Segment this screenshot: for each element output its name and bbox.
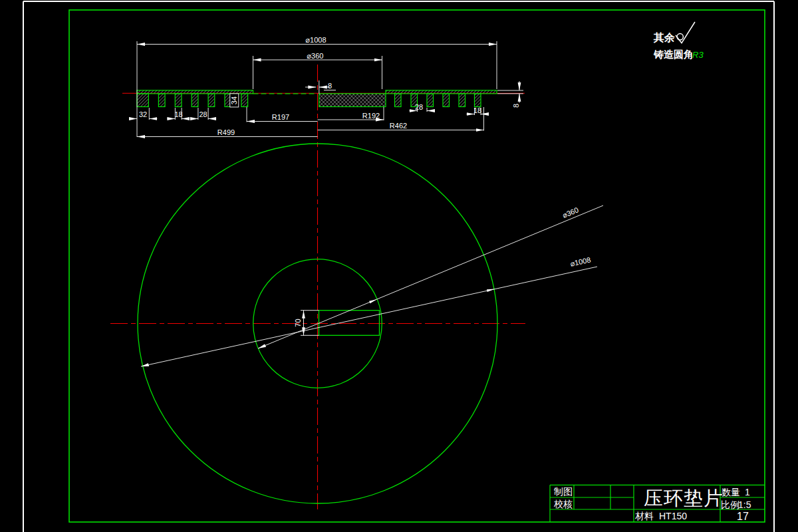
tooth — [427, 94, 434, 107]
tb-qty-value: 1 — [745, 487, 750, 497]
dim-text-r192: R192 — [362, 112, 380, 120]
dim-text-r197: R197 — [272, 113, 289, 121]
other-surfaces-label: 其余 — [653, 32, 675, 43]
tb-scale-value: 1:5 — [738, 499, 751, 510]
title-block: 制图 校核 压环垫片 数量 1 比例 1:5 材料 HT150 17 — [550, 485, 765, 522]
surface-roughness-icon — [676, 22, 695, 43]
dim-text-w18-right: 18 — [473, 106, 481, 114]
dim-text-w28-left: 28 — [199, 110, 207, 118]
tooth — [175, 94, 182, 107]
plan-view-dimension-texts: 70 ⌀360 ⌀1008 — [294, 205, 592, 327]
section-view-geometry — [137, 90, 497, 107]
tb-part-name: 压环垫片 — [644, 487, 724, 509]
tooth — [137, 94, 148, 107]
dim-text-r499: R499 — [217, 128, 235, 136]
section-right-flange — [386, 90, 497, 94]
dim-text-d360-leader: ⌀360 — [561, 205, 580, 219]
dim-text-t8-right: 8 — [512, 104, 520, 108]
tooth — [459, 94, 466, 107]
paper-border — [23, 1, 774, 532]
section-dimensions — [129, 41, 523, 137]
tooth — [241, 94, 248, 107]
tb-material-value: HT150 — [659, 511, 687, 521]
cast-fillet-label: 铸造圆角 — [653, 49, 694, 60]
tooth — [475, 94, 481, 107]
tooth — [443, 94, 450, 107]
cast-fillet-value: R3 — [692, 50, 704, 60]
section-hub-block — [319, 94, 386, 107]
leader-d1008-arrow — [487, 289, 495, 292]
dim-text-h34: 34 — [230, 96, 238, 104]
tooth — [158, 94, 165, 107]
section-teeth-right — [395, 94, 481, 107]
dim-text-w18-left: 18 — [174, 110, 182, 118]
section-dimension-texts: ⌀1008 ⌀360 8 R197 R192 R462 R499 32 18 2… — [139, 36, 520, 136]
dim-text-w32: 32 — [139, 110, 147, 118]
dim-text-slot8: 8 — [328, 82, 332, 90]
dim-text-w28-right: 28 — [415, 103, 423, 111]
tb-material-label: 材料 — [635, 511, 654, 521]
dim-text-r462: R462 — [390, 122, 407, 130]
tooth — [208, 94, 215, 107]
roughness-circle — [677, 34, 683, 40]
tb-sheet-no: 17 — [737, 511, 749, 522]
section-left-flange — [137, 90, 253, 94]
tb-scale-label: 比例 — [721, 499, 739, 510]
tooth — [192, 94, 198, 107]
drawing-frame — [69, 10, 765, 522]
tooth — [395, 94, 402, 107]
dim-text-d1008-leader: ⌀1008 — [569, 255, 591, 267]
keyway-slot — [319, 311, 380, 336]
cad-drawing-page: ⌀1008 ⌀360 8 R197 R192 R462 R499 32 18 2… — [0, 0, 798, 532]
dim-text-keyway70: 70 — [294, 319, 302, 327]
dim-text-d1008: ⌀1008 — [305, 36, 326, 44]
tb-qty-label: 数量 — [722, 487, 740, 497]
dim-text-d360: ⌀360 — [307, 52, 324, 60]
centerlines — [110, 65, 525, 509]
cad-canvas: ⌀1008 ⌀360 8 R197 R192 R462 R499 32 18 2… — [0, 0, 798, 532]
leader-d1008 — [141, 267, 597, 366]
tb-drawn-label: 制图 — [553, 486, 573, 497]
plan-view-dimensions — [141, 205, 603, 366]
tb-checked-label: 校核 — [553, 499, 573, 509]
surface-finish-note: 其余 铸造圆角 R3 — [653, 22, 704, 60]
leader-d360-arrow — [369, 299, 377, 303]
